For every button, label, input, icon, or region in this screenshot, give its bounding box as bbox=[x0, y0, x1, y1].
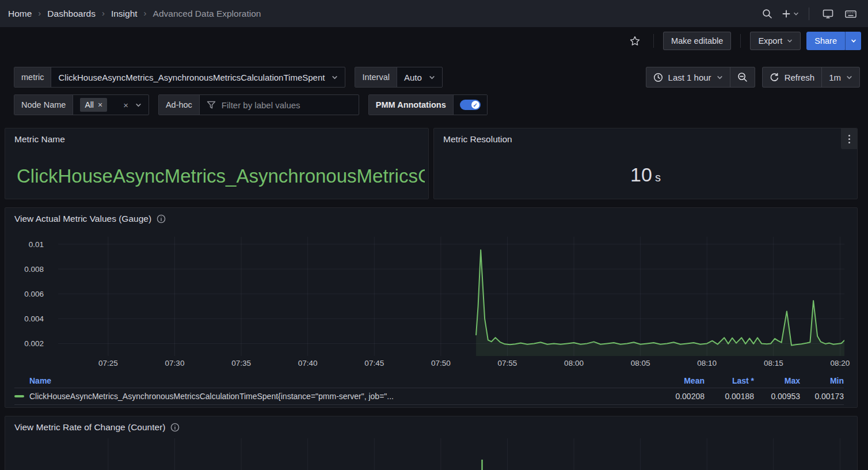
gauge-legend-table: Name Mean Last * Max Min ClickHouseAsync… bbox=[14, 374, 844, 405]
legend-header-max[interactable]: Max bbox=[754, 376, 800, 385]
x-axis-tick-label: 07:35 bbox=[231, 359, 251, 367]
top-nav-bar: Home › Dashboards › Insight › Advanced D… bbox=[0, 0, 868, 28]
y-axis-tick-label: 0.01 bbox=[29, 240, 44, 248]
keyboard-shortcuts-button[interactable] bbox=[842, 5, 860, 23]
counter-panel-title-text: View Metric Rate of Change (Counter) bbox=[14, 422, 165, 433]
clear-all-icon[interactable]: × bbox=[123, 100, 128, 110]
node-name-select[interactable]: All × × bbox=[73, 95, 149, 115]
legend-series-name[interactable]: ClickHouseAsyncMetrics_AsynchronousMetri… bbox=[29, 392, 656, 401]
share-button[interactable]: Share bbox=[806, 32, 845, 50]
chevron-down-icon bbox=[135, 102, 142, 108]
gauge-chart-panel: View Actual Metric Values (Gauge) 0.0020… bbox=[5, 207, 858, 408]
counter-panel-title[interactable]: View Metric Rate of Change (Counter) bbox=[14, 422, 180, 433]
new-dashboard-button[interactable] bbox=[781, 5, 800, 23]
info-icon[interactable] bbox=[170, 423, 180, 432]
node-name-chip-label: All bbox=[85, 100, 94, 109]
export-button[interactable]: Export bbox=[750, 32, 801, 50]
metric-name-panel-title[interactable]: Metric Name bbox=[14, 134, 65, 145]
gauge-chart-plot-area[interactable] bbox=[58, 237, 844, 356]
toggle-check-icon: ✓ bbox=[471, 101, 479, 109]
adhoc-filter-input[interactable]: Filter by label values bbox=[200, 95, 359, 115]
refresh-interval-select[interactable]: 1m bbox=[822, 67, 859, 87]
stats-panel-row: Metric Name ClickHouseAsyncMetrics_Async… bbox=[5, 128, 858, 199]
breadcrumb-separator-icon: › bbox=[144, 8, 147, 18]
metric-resolution-value: 10s bbox=[434, 164, 857, 186]
legend-series-max: 0.00953 bbox=[754, 392, 800, 401]
interval-variable-control: Interval Auto bbox=[355, 67, 442, 88]
metric-variable-select[interactable]: ClickHouseAsyncMetrics_AsynchronousMetri… bbox=[51, 67, 345, 87]
legend-series-last: 0.00188 bbox=[705, 392, 754, 401]
chevron-down-icon bbox=[787, 38, 793, 44]
time-picker-group: Last 1 hour bbox=[646, 67, 755, 88]
breadcrumb-separator-icon: › bbox=[38, 8, 41, 18]
search-icon bbox=[762, 9, 772, 19]
make-editable-button[interactable]: Make editable bbox=[663, 32, 731, 50]
x-axis-tick-label: 08:15 bbox=[764, 359, 783, 367]
x-axis-tick-label: 07:25 bbox=[98, 359, 118, 367]
breadcrumb-insight[interactable]: Insight bbox=[111, 9, 138, 19]
metric-resolution-panel-title[interactable]: Metric Resolution bbox=[443, 134, 512, 145]
chevron-down-icon bbox=[846, 74, 852, 81]
legend-series-min: 0.00173 bbox=[800, 392, 844, 401]
pmm-annotations-toggle[interactable]: ✓ bbox=[460, 100, 481, 110]
variables-row: metric ClickHouseAsyncMetrics_Asynchrono… bbox=[14, 67, 860, 88]
export-button-label: Export bbox=[758, 36, 782, 46]
pmm-annotations-control: PMM Annotations ✓ bbox=[368, 94, 488, 115]
time-range-picker[interactable]: Last 1 hour bbox=[646, 67, 730, 87]
plus-icon bbox=[782, 9, 791, 18]
remove-value-icon[interactable]: × bbox=[98, 100, 102, 109]
counter-chart-panel: View Metric Rate of Change (Counter) bbox=[5, 416, 858, 470]
star-icon bbox=[629, 35, 641, 47]
breadcrumb: Home › Dashboards › Insight › Advanced D… bbox=[8, 9, 261, 19]
legend-header-mean[interactable]: Mean bbox=[656, 376, 705, 385]
metric-resolution-unit: s bbox=[655, 171, 661, 184]
breadcrumb-separator-icon: › bbox=[102, 8, 105, 18]
interval-variable-select[interactable]: Auto bbox=[397, 67, 442, 87]
x-axis-tick-label: 07:55 bbox=[498, 359, 517, 367]
toolbar-divider bbox=[653, 34, 654, 48]
metric-resolution-panel: Metric Resolution 10s bbox=[433, 128, 858, 199]
search-button[interactable] bbox=[758, 5, 776, 23]
x-axis-tick-label: 07:45 bbox=[364, 359, 384, 367]
legend-header-last[interactable]: Last * bbox=[705, 376, 754, 385]
y-axis-tick-label: 0.008 bbox=[24, 265, 44, 274]
refresh-interval-value: 1m bbox=[829, 73, 841, 82]
y-axis-tick-label: 0.004 bbox=[24, 314, 44, 323]
pmm-annotations-label: PMM Annotations bbox=[369, 95, 453, 115]
metric-name-value: ClickHouseAsyncMetrics_AsynchronousMetri… bbox=[17, 165, 425, 187]
x-axis-tick-label: 08:00 bbox=[564, 359, 584, 367]
legend-series-mean: 0.00208 bbox=[656, 392, 705, 401]
breadcrumb-dashboards[interactable]: Dashboards bbox=[47, 9, 96, 19]
chevron-down-icon bbox=[793, 11, 799, 17]
counter-chart-plot-area[interactable] bbox=[58, 438, 844, 470]
y-axis-tick-label: 0.002 bbox=[24, 339, 44, 348]
time-range-label: Last 1 hour bbox=[668, 73, 711, 82]
node-name-selected-chip[interactable]: All × bbox=[80, 98, 107, 112]
legend-header-min[interactable]: Min bbox=[800, 376, 844, 385]
info-icon[interactable] bbox=[157, 214, 166, 223]
share-menu-button[interactable] bbox=[845, 32, 861, 50]
breadcrumb-home[interactable]: Home bbox=[8, 9, 32, 19]
adhoc-filter-control: Ad-hoc Filter by label values bbox=[158, 94, 359, 115]
x-axis-tick-label: 08:05 bbox=[631, 359, 650, 367]
refresh-button[interactable]: Refresh bbox=[763, 67, 822, 87]
time-controls: Last 1 hour bbox=[646, 67, 860, 88]
legend-header-name[interactable]: Name bbox=[29, 376, 656, 385]
refresh-label: Refresh bbox=[785, 73, 815, 82]
panel-menu-button[interactable] bbox=[841, 128, 857, 149]
favorite-button[interactable] bbox=[626, 32, 644, 50]
legend-header-row: Name Mean Last * Max Min bbox=[14, 374, 844, 388]
series-color-swatch bbox=[14, 395, 24, 397]
node-name-label: Node Name bbox=[14, 95, 73, 115]
breadcrumb-current-page: Advanced Data Exploration bbox=[153, 9, 261, 19]
monitor-icon bbox=[823, 9, 833, 19]
gauge-y-axis: 0.0020.0040.0060.0080.01 bbox=[10, 237, 44, 356]
zoom-out-time-button[interactable] bbox=[730, 67, 755, 87]
chevron-down-icon bbox=[429, 74, 435, 81]
metric-variable-label: metric bbox=[14, 67, 51, 87]
gauge-panel-title[interactable]: View Actual Metric Values (Gauge) bbox=[14, 214, 166, 224]
x-axis-tick-label: 08:20 bbox=[830, 359, 850, 367]
chevron-down-icon bbox=[851, 38, 856, 44]
gauge-x-axis: 07:2507:3007:3507:4007:4507:5007:5508:00… bbox=[58, 359, 844, 370]
tv-mode-button[interactable] bbox=[818, 5, 837, 23]
